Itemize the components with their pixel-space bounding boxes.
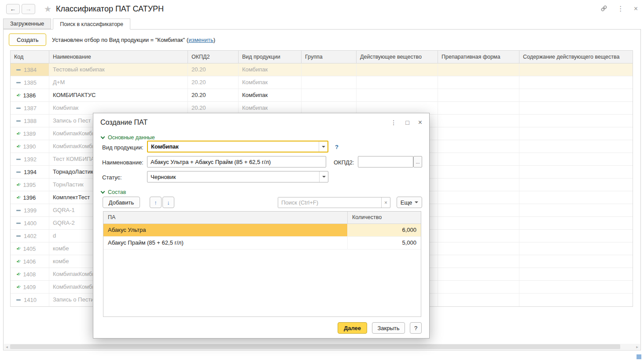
row-content xyxy=(519,242,633,255)
pa-quantity: 6,000 xyxy=(348,224,421,236)
row-code: 1399 xyxy=(24,207,37,214)
item-dash-icon xyxy=(16,69,21,71)
forward-button[interactable]: → xyxy=(22,4,35,14)
pa-name: Абакус Ультра xyxy=(103,224,348,236)
row-form xyxy=(438,179,519,191)
row-code: 1402 xyxy=(24,233,37,239)
row-content xyxy=(519,153,633,165)
column-header[interactable]: Группа xyxy=(302,51,357,63)
column-header[interactable]: Содержание действующего вещества xyxy=(519,51,633,63)
composition-column-header[interactable]: ПА xyxy=(103,212,348,223)
row-content xyxy=(519,281,633,293)
create-pat-dialog: Создание ПАТ ⋮ □ × Основные данные Вид п… xyxy=(93,113,430,339)
search-clear-icon[interactable]: × xyxy=(381,197,390,208)
resize-grip[interactable] xyxy=(637,354,641,359)
scroll-left-arrow-icon[interactable]: ◂ xyxy=(4,344,10,350)
row-content xyxy=(519,204,633,216)
row-form xyxy=(438,242,519,255)
horizontal-scrollbar[interactable]: ◂ ▸ xyxy=(4,344,640,350)
row-form xyxy=(438,217,519,229)
table-row[interactable]: 1385Д+М20.20Комбипак xyxy=(11,76,633,89)
table-row[interactable]: ✔1386КОМБИПАКТУС20.20Комбипак xyxy=(11,89,633,102)
row-code: 1387 xyxy=(24,105,37,112)
column-header[interactable]: Вид продукции xyxy=(239,51,302,63)
item-dash-icon xyxy=(16,223,21,224)
code-cell: 1392 xyxy=(11,153,49,165)
link-icon[interactable] xyxy=(600,5,607,13)
product-type-input[interactable] xyxy=(148,141,319,152)
item-dash-icon xyxy=(16,171,21,173)
row-form xyxy=(438,89,519,101)
dialog-kebab-menu-icon[interactable]: ⋮ xyxy=(390,119,397,126)
composition-row[interactable]: Абакус Прайм (85 + 62,5 г/л)5,000 xyxy=(103,237,421,249)
row-content xyxy=(519,179,633,191)
row-product-type: Комбипак xyxy=(239,76,302,89)
help-button[interactable]: ? xyxy=(410,322,422,334)
okpd2-more-button[interactable]: ... xyxy=(413,156,422,167)
tab-loaded[interactable]: Загруженные xyxy=(3,19,51,29)
row-code: 1395 xyxy=(23,182,36,188)
row-code: 1394 xyxy=(24,169,37,175)
row-content xyxy=(519,166,633,178)
row-content xyxy=(519,140,633,153)
row-form xyxy=(438,255,519,268)
more-actions-button[interactable]: Еще xyxy=(397,197,422,208)
more-actions-label: Еще xyxy=(401,199,412,206)
create-button[interactable]: Создать xyxy=(9,33,46,46)
composition-column-header[interactable]: Количество xyxy=(348,212,421,223)
row-code: 1409 xyxy=(23,284,36,290)
row-code: 1389 xyxy=(23,130,36,137)
composition-row[interactable]: Абакус Ультра6,000 xyxy=(103,224,421,237)
column-header[interactable]: Наименование xyxy=(49,51,188,63)
column-header[interactable]: ОКПД2 xyxy=(188,51,239,63)
name-input[interactable] xyxy=(147,156,326,167)
row-group xyxy=(302,102,357,114)
favorite-star-icon[interactable]: ★ xyxy=(44,4,52,14)
composition-search[interactable]: × xyxy=(278,197,390,208)
row-form xyxy=(438,281,519,293)
chevron-down-icon xyxy=(415,201,418,203)
row-okpd2: 20.20 xyxy=(188,102,239,114)
dialog-maximize-icon[interactable]: □ xyxy=(405,119,409,126)
section-main-data[interactable]: Основные данные xyxy=(101,134,155,141)
column-header[interactable]: Код xyxy=(11,51,49,63)
row-code: 1406 xyxy=(23,258,36,265)
add-button[interactable]: Добавить xyxy=(103,197,140,208)
okpd2-input[interactable] xyxy=(358,156,413,167)
composition-search-input[interactable] xyxy=(278,197,381,208)
status-input[interactable] xyxy=(147,171,319,182)
move-down-button[interactable]: ↓ xyxy=(162,197,174,208)
move-up-button[interactable]: ↑ xyxy=(150,197,162,208)
dialog-close-icon[interactable]: × xyxy=(418,119,422,126)
scroll-right-arrow-icon[interactable]: ▸ xyxy=(634,344,640,350)
product-type-dropdown-icon[interactable] xyxy=(319,141,328,152)
section-composition[interactable]: Состав xyxy=(101,189,126,195)
section-composition-label: Состав xyxy=(108,189,126,195)
kebab-menu-icon[interactable]: ⋮ xyxy=(617,5,624,12)
window-close-icon[interactable]: × xyxy=(634,5,638,12)
status-dropdown-icon[interactable] xyxy=(319,171,328,182)
column-header[interactable]: Препаративная форма xyxy=(438,51,519,63)
product-type-combobox[interactable] xyxy=(147,141,328,153)
row-code: 1396 xyxy=(23,194,36,201)
chevron-down-icon xyxy=(101,134,105,139)
back-button[interactable]: ← xyxy=(6,4,20,14)
status-combobox[interactable] xyxy=(147,171,328,182)
next-button[interactable]: Далее xyxy=(338,322,367,334)
code-cell: 1387 xyxy=(11,102,49,114)
dialog-title: Создание ПАТ xyxy=(100,119,147,127)
tab-classifier-search[interactable]: Поиск в классификаторе xyxy=(53,19,130,30)
status-label: Статус: xyxy=(102,174,122,181)
table-row[interactable]: 1384Тестовый комбипак20.20Комбипак xyxy=(11,63,633,76)
product-type-help[interactable]: ? xyxy=(335,144,339,150)
scrollbar-thumb[interactable] xyxy=(10,344,620,349)
filter-change-link[interactable]: изменить xyxy=(188,37,213,43)
row-content xyxy=(519,294,633,306)
column-header[interactable]: Действующее вещество xyxy=(357,51,438,63)
item-dash-icon xyxy=(16,235,21,237)
dialog-close-button[interactable]: Закрыть xyxy=(372,322,405,334)
row-content xyxy=(519,63,633,76)
row-code: 1384 xyxy=(24,67,37,73)
code-cell: ✔1405 xyxy=(11,242,49,255)
item-dash-icon xyxy=(16,82,21,83)
